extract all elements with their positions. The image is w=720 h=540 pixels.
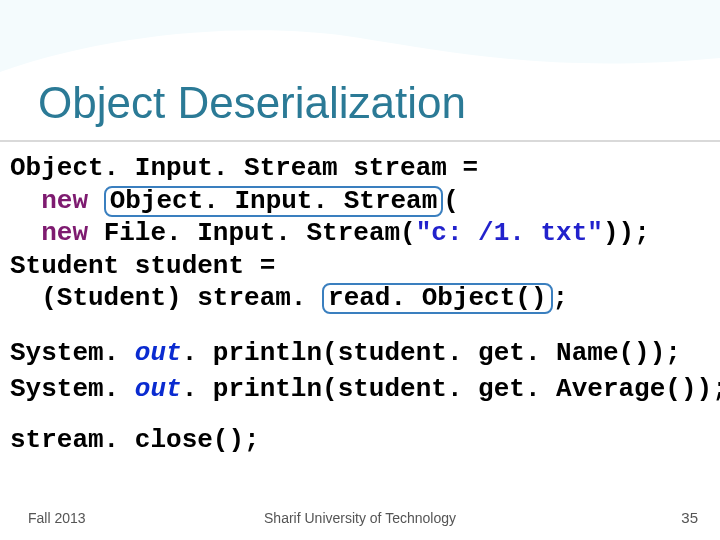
- decorative-swoosh: [0, 0, 720, 80]
- code-line-3: new File. Input. Stream("c: /1. txt"));: [10, 217, 720, 250]
- code-line-8: stream. close();: [10, 424, 720, 457]
- title-underline: [0, 140, 720, 142]
- slide-number: 35: [681, 509, 698, 526]
- code-block: Object. Input. Stream stream = new Objec…: [10, 152, 720, 456]
- code-line-7: System. out. println(student. get. Avera…: [10, 373, 720, 406]
- code-line-4: Student student =: [10, 250, 720, 283]
- highlight-read-object: read. Object(): [322, 283, 552, 314]
- highlight-object-input-stream: Object. Input. Stream: [104, 186, 444, 217]
- code-line-6: System. out. println(student. get. Name(…: [10, 337, 720, 370]
- code-line-1: Object. Input. Stream stream =: [10, 152, 720, 185]
- code-line-5: (Student) stream. read. Object();: [10, 282, 720, 315]
- footer-date: Fall 2013: [28, 510, 86, 526]
- code-line-2: new Object. Input. Stream(: [10, 185, 720, 218]
- footer-org: Sharif University of Technology: [264, 510, 456, 526]
- slide-title: Object Deserialization: [38, 78, 466, 128]
